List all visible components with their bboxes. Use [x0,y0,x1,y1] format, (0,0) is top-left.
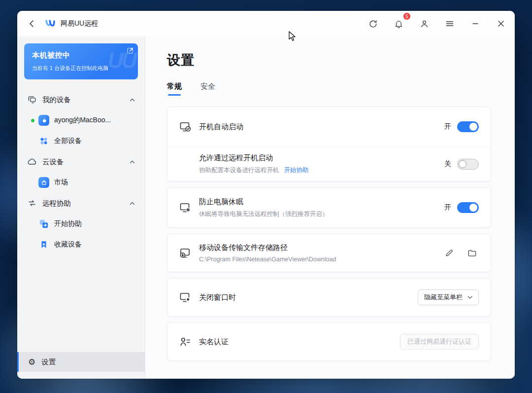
refresh-icon [368,19,378,29]
close-icon [497,20,505,28]
close-window-dropdown[interactable]: 隐藏至菜单栏 [418,289,479,305]
section-label: 云设备 [42,157,64,167]
device-label: ayong的MacBoo... [54,116,111,125]
sidebar-item-settings[interactable]: ⚙ 设置 [17,352,145,372]
app-logo-icon [44,17,57,30]
settings-tabs: 常规 安全 [167,82,491,96]
setting-title: 实名认证 [199,337,229,347]
back-arrow-icon [28,19,36,28]
toggle-state-label: 关 [444,160,451,169]
open-folder-button[interactable] [465,246,479,260]
realname-verified-button[interactable]: 已通过网易通行证认证 [400,334,479,350]
card-realname: 实名认证 已通过网易通行证认证 [167,322,491,361]
setting-title: 允许通过远程开机启动 [199,153,309,163]
sidebar-section-cloud-devices[interactable]: 云设备 [17,151,145,172]
sidebar-section-remote-assist[interactable]: 远程协助 [17,193,145,214]
dropdown-value: 隐藏至菜单栏 [424,293,463,302]
pencil-icon [445,249,454,257]
sidebar-item-macbook[interactable]: ayong的MacBoo... [17,110,145,131]
card-autostart: 开机自动启动 开 允许通过远程开机启动 协助配置本设备进行远程开机开始协助 [167,107,491,181]
monitor-check-icon [179,121,191,133]
monitor-star-icon [179,291,191,303]
prevent-sleep-toggle[interactable] [457,202,479,213]
sidebar: UU 本机被控中 当前有 1 台设备正在控制此电脑 我的设备 [17,36,145,379]
chevron-up-icon [130,98,135,102]
section-label: 我的设备 [42,95,71,105]
sidebar-item-favorite-devices[interactable]: 收藏设备 [17,234,145,255]
market-icon [38,177,49,188]
card-close-window: 关闭窗口时 隐藏至菜单栏 [167,278,491,317]
item-label: 开始协助 [54,219,82,228]
edit-path-button[interactable] [442,246,456,260]
tab-general[interactable]: 常规 [167,82,182,96]
titlebar: 网易UU远程 5 [17,11,515,36]
settings-label: 设置 [41,357,56,367]
item-label: 全部设备 [54,137,82,145]
chevron-down-icon [467,296,472,299]
remote-boot-toggle[interactable] [457,159,479,170]
start-assist-link[interactable]: 开始协助 [284,167,309,174]
refresh-button[interactable] [364,15,382,33]
minimize-button[interactable] [466,15,484,33]
setting-description: 休眠将导致电脑无法远程控制（强烈推荐开启） [199,210,329,218]
online-status-dot [31,119,34,122]
storage-path-value: C:\Program Files\Netease\GameViewer\Down… [199,256,336,263]
account-button[interactable] [415,15,433,33]
folder-icon [467,249,477,258]
chevron-up-icon [130,202,135,205]
item-label: 收藏设备 [54,240,82,249]
expand-icon[interactable] [127,47,133,56]
setting-title: 开机自动启动 [199,122,243,132]
notification-badge: 5 [403,12,411,20]
cloud-icon [27,157,37,167]
main-content: 设置 常规 安全 开机自 [145,36,515,379]
remote-assist-icon [27,198,37,208]
back-button[interactable] [23,15,41,33]
id-person-icon [179,336,191,348]
setting-description: 协助配置本设备进行远程开机开始协助 [199,166,309,175]
notifications-button[interactable]: 5 [390,15,407,33]
gear-icon: ⚙ [28,358,35,366]
apple-device-icon [38,115,49,126]
card-prevent-sleep: 防止电脑休眠 休眠将导致电脑无法远程控制（强烈推荐开启） 开 [167,187,491,228]
monitor-download-icon [179,247,191,259]
minimize-icon [471,20,479,28]
setting-title: 防止电脑休眠 [199,197,329,207]
page-title: 设置 [167,51,491,69]
start-assist-icon [38,218,49,229]
bell-icon [394,19,403,29]
hamburger-icon [445,19,454,28]
section-label: 远程协助 [42,199,71,208]
monitor-sleep-icon [179,202,191,214]
controlled-status-card[interactable]: UU 本机被控中 当前有 1 台设备正在控制此电脑 [24,43,138,79]
card-storage-path: 移动设备传输文件存储路径 C:\Program Files\Netease\Ga… [167,234,491,272]
setting-title: 移动设备传输文件存储路径 [199,243,336,252]
tab-security[interactable]: 安全 [200,82,215,96]
status-card-subtitle: 当前有 1 台设备正在控制此电脑 [32,65,130,72]
row-remote-boot: 允许通过远程开机启动 协助配置本设备进行远程开机开始协助 关 [167,146,491,181]
toggle-state-label: 开 [444,122,451,131]
chevron-up-icon [130,160,135,164]
setting-title: 关闭窗口时 [199,293,236,302]
close-button[interactable] [492,15,510,33]
all-devices-icon [38,136,49,146]
sidebar-item-all-devices[interactable]: 全部设备 [17,131,145,151]
menu-button[interactable] [441,15,459,33]
item-label: 市场 [54,178,68,187]
sidebar-item-start-assist[interactable]: 开始协助 [17,214,145,234]
bookmark-star-icon [38,239,49,250]
sidebar-item-market[interactable]: 市场 [17,172,145,193]
app-window: 网易UU远程 5 [17,11,515,379]
toggle-state-label: 开 [444,203,451,212]
app-title: 网易UU远程 [61,19,98,28]
user-icon [420,19,429,29]
sidebar-section-my-devices[interactable]: 我的设备 [17,89,145,110]
autostart-toggle[interactable] [457,121,479,132]
devices-icon [27,95,37,105]
